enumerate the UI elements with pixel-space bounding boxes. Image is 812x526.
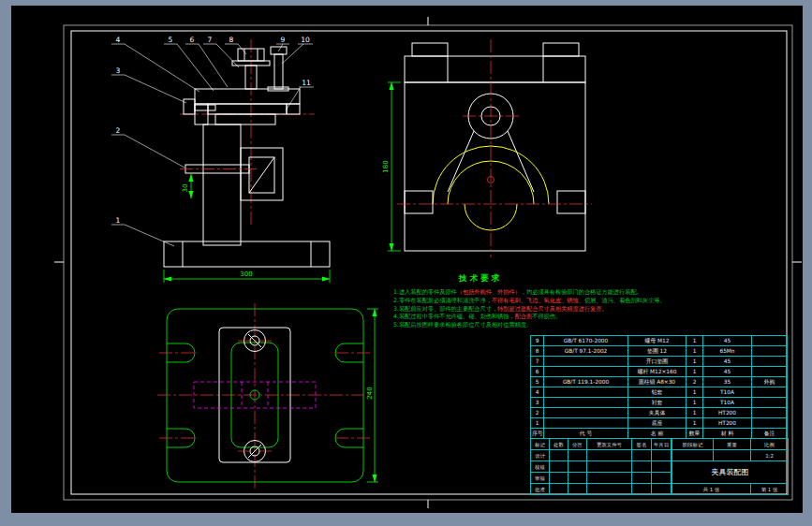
bom-header-cell: 数量: [687, 429, 703, 439]
scale-label: 比例: [751, 439, 789, 450]
callout-8: 8: [229, 36, 234, 44]
dim-text-side-height: 180: [382, 160, 390, 172]
titleblock-row: 设计: [531, 450, 672, 461]
side-dim-height: 180: [382, 82, 401, 251]
callout-7: 7: [208, 36, 213, 44]
bom-header-cell: 名 称: [628, 429, 687, 439]
tech-line: 2.零件在装配前必须清理和清洗干净，不得有毛刺、飞边、氧化皮、锈蚀、切屑、油污、…: [393, 297, 674, 305]
title-block: 标记处数分区更改文件号签名年月日设计校核审核批准 阶段标记 重量 比例 1:2 …: [530, 438, 787, 494]
cad-viewer-window: 300 30 4 5 6 7 8 9 10 3 2: [0, 0, 812, 526]
bom-row: 7开口垫圈145: [531, 357, 788, 367]
callout-4: 4: [116, 36, 121, 44]
front-view-callouts: 4 5 6 7 8 9 10 3 2 11 1: [111, 36, 314, 246]
sheet-total: 共 1 张: [672, 484, 751, 495]
callout-6: 6: [190, 36, 195, 44]
bom-header-cell: 材 料: [703, 429, 752, 439]
titleblock-row: 批准: [531, 484, 672, 495]
dim-text-plan-height: 240: [366, 387, 374, 399]
stage-mark-value: [672, 450, 714, 461]
titleblock-row: 审核: [531, 473, 672, 484]
drawing-title: 夹具装配图: [672, 461, 789, 484]
weight-label: 重量: [714, 439, 751, 450]
titleblock-right-table: 阶段标记 重量 比例 1:2 夹具装配图 共 1 张 第 1 张: [672, 438, 789, 495]
titleblock-left-table: 标记处数分区更改文件号签名年月日设计校核审核批准: [530, 438, 672, 495]
bom-row: 3衬套1T10A: [531, 398, 788, 408]
front-dim-pin: 30: [182, 174, 191, 198]
callout-2: 2: [116, 126, 121, 135]
callout-11: 11: [302, 79, 311, 87]
callout-9: 9: [281, 36, 286, 44]
bom-rows: 9GB/T 6170-2000螺母 M121458GB/T 97.1-2002垫…: [531, 336, 788, 429]
callout-3: 3: [116, 66, 121, 75]
tech-title: 技术要求: [459, 273, 674, 285]
bom-row: 2夹具体1HT200: [531, 408, 788, 418]
bom-table: 9GB/T 6170-2000螺母 M121458GB/T 97.1-2002垫…: [530, 335, 788, 439]
parts-list: 9GB/T 6170-2000螺母 M121458GB/T 97.1-2002垫…: [530, 335, 787, 439]
front-dim-width: 300: [164, 270, 330, 283]
weight-value: [714, 450, 751, 461]
titleblock-left: 标记处数分区更改文件号签名年月日设计校核审核批准: [531, 439, 672, 495]
front-view: 300 30: [164, 39, 330, 283]
tech-line: 4.装配过程中零件不允许磕、碰、划伤和锈蚀，配合面不得损伤。: [393, 313, 674, 321]
callout-10: 10: [301, 36, 310, 44]
bom-row: 4钻套1T10A: [531, 387, 788, 398]
bom-header-row: 序号代 号名 称数量材 料备注: [531, 429, 788, 439]
dim-text-pin: 30: [182, 184, 189, 193]
sheet-number: 第 1 张: [751, 484, 789, 495]
technical-requirements: 技术要求 1.进入装配的零件及部件（包括外购件、外协件），均必须具有检验部门的合…: [393, 273, 674, 329]
bom-header-cell: 代 号: [544, 429, 628, 439]
titleblock-row: 标记处数分区更改文件号签名年月日: [531, 439, 672, 450]
bom-header-cell: 备注: [752, 429, 788, 439]
callout-1: 1: [116, 216, 121, 225]
bom-row: 5GB/T 119.1-2000圆柱销 A8×30235外购: [531, 377, 788, 387]
bom-row: 9GB/T 6170-2000螺母 M12145: [531, 336, 788, 346]
callout-5: 5: [169, 36, 173, 44]
dim-text-width: 300: [240, 270, 252, 278]
plan-dim-height: 240: [366, 309, 378, 482]
titleblock-row: 校核: [531, 461, 672, 473]
bom-row: 8GB/T 97.1-2002垫圈 12165Mn: [531, 346, 788, 357]
bom-row: 1底座1HT200: [531, 418, 788, 429]
plan-view: 240: [157, 303, 378, 489]
tech-line: 3.装配前应对零、部件的主要配合尺寸，特别是过盈配合尺寸及相关精度进行复查。: [393, 305, 674, 314]
stage-mark-label: 阶段标记: [672, 439, 714, 450]
tech-line: 1.进入装配的零件及部件（包括外购件、外协件），均必须具有检验部门的合格证方能进…: [393, 288, 674, 297]
bom-row: 6螺杆 M12×160145: [531, 367, 788, 377]
tech-line: 5.装配后按图样要求检验各部位尺寸及相对位置精度。: [393, 321, 674, 329]
tech-lines: 1.进入装配的零件及部件（包括外购件、外协件），均必须具有检验部门的合格证方能进…: [393, 288, 674, 329]
bom-header-cell: 序号: [531, 429, 544, 439]
side-view: 180: [382, 39, 592, 257]
scale-value: 1:2: [751, 450, 789, 461]
